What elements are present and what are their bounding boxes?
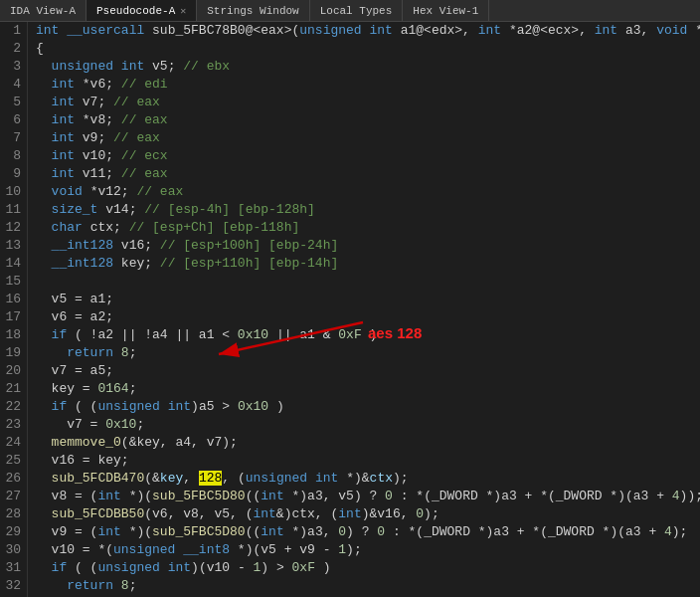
code-line: size_t v14; // [esp-4h] [ebp-128h] bbox=[36, 201, 700, 219]
code-line: sub_5FCDBB50(v6, v8, v5, (int&)ctx, (int… bbox=[36, 505, 700, 523]
code-line bbox=[36, 273, 700, 291]
code-line: if ( (unsigned int)a5 > 0x10 ) bbox=[36, 398, 700, 416]
code-line: return 8; bbox=[36, 344, 700, 362]
tab-hex-view[interactable]: Hex View-1 bbox=[403, 0, 489, 21]
code-line: v9 = (int *)(sub_5FBC5D80((int *)a3, 0) … bbox=[36, 523, 700, 541]
code-line: int v9; // eax bbox=[36, 129, 700, 147]
code-line: memmove_0(&key, a4, v7); bbox=[36, 434, 700, 452]
code-line: v16 = key; bbox=[36, 452, 700, 470]
code-line: v5 = a1; bbox=[36, 291, 700, 308]
code-line: void *v12; // eax bbox=[36, 183, 700, 201]
code-line: { bbox=[36, 40, 700, 58]
code-line: __int128 v16; // [esp+100h] [ebp-24h] bbox=[36, 237, 700, 255]
code-line: __int128 key; // [esp+110h] [ebp-14h] bbox=[36, 255, 700, 273]
code-line: return 8; bbox=[36, 577, 700, 595]
code-line: char ctx; // [esp+Ch] [ebp-118h] bbox=[36, 219, 700, 237]
code-line: int __usercall sub_5FBC78B0@<eax>(unsign… bbox=[36, 22, 700, 40]
code-line: int v7; // eax bbox=[36, 94, 700, 111]
code-line: unsigned int v5; // ebx bbox=[36, 58, 700, 76]
tabs-bar: IDA View-A Pseudocode-A ✕ Strings Window… bbox=[0, 0, 700, 22]
code-line: v7 = a5; bbox=[36, 362, 700, 380]
tab-strings[interactable]: Strings Window bbox=[197, 0, 309, 21]
code-line: v6 = a2; bbox=[36, 308, 700, 326]
code-line: int *v6; // edi bbox=[36, 76, 700, 94]
tab-pseudocode[interactable]: Pseudocode-A ✕ bbox=[87, 0, 197, 21]
code-line: v7 = 0x10; bbox=[36, 416, 700, 434]
line-numbers: 1234567891011121314151617181920212223242… bbox=[0, 22, 28, 597]
code-line: int v11; // eax bbox=[36, 165, 700, 183]
tab-close-icon[interactable]: ✕ bbox=[180, 5, 186, 17]
code-line: int v10; // ecx bbox=[36, 147, 700, 165]
code-line: sub_5FCDB470(&key, 128, (unsigned int *)… bbox=[36, 470, 700, 488]
tab-local-types[interactable]: Local Types bbox=[310, 0, 404, 21]
code-line: if ( !a2 || !a4 || a1 < 0x10 || a1 & 0xF… bbox=[36, 326, 700, 344]
code-line: key = 0164; bbox=[36, 380, 700, 398]
code-area: 1234567891011121314151617181920212223242… bbox=[0, 22, 700, 597]
tab-ida-view[interactable]: IDA View-A bbox=[0, 0, 87, 21]
code-line: v10 = *(unsigned __int8 *)(v5 + v9 - 1); bbox=[36, 541, 700, 559]
code-line: v8 = (int *)(sub_5FBC5D80((int *)a3, v5)… bbox=[36, 488, 700, 505]
code-line: if ( (unsigned int)(v10 - 1) > 0xF ) bbox=[36, 559, 700, 577]
code-content[interactable]: int __usercall sub_5FBC78B0@<eax>(unsign… bbox=[28, 22, 700, 597]
code-line: int *v8; // eax bbox=[36, 111, 700, 129]
